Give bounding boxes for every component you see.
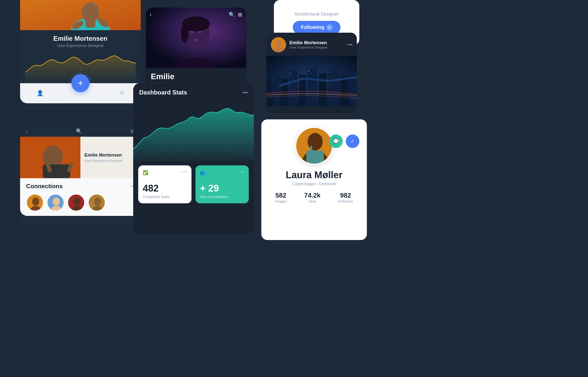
profile-icon[interactable]: 👤 bbox=[37, 90, 43, 97]
laura-images-count: 582 bbox=[275, 192, 287, 199]
laura-photo bbox=[295, 127, 333, 165]
check-icon: ✓ bbox=[326, 24, 332, 30]
svg-point-59 bbox=[308, 133, 323, 151]
laura-likes-stat: 74.2k Likes bbox=[304, 192, 320, 203]
laura-stats: 582 Images 74.2k Likes 982 Followers bbox=[261, 186, 367, 203]
photo-area: Emilie Mortensen User Experience Designe… bbox=[20, 137, 141, 178]
avatar-1[interactable] bbox=[26, 194, 44, 211]
plus-icon: + bbox=[78, 78, 83, 88]
nav-icons: 🔍 ⊞ bbox=[229, 12, 242, 18]
task-count: 482 bbox=[143, 183, 187, 194]
new-connections-card: 👥 • • + 29 New Connections bbox=[195, 165, 249, 203]
svg-point-50 bbox=[329, 71, 330, 72]
people-icon: 👥 bbox=[200, 170, 206, 175]
back-button[interactable]: ‹ bbox=[150, 12, 152, 17]
dashboard-stats-card: Dashboard Stats ••• ✅ • • • 482 Complete… bbox=[133, 83, 254, 234]
left-photo bbox=[20, 137, 80, 178]
message-button[interactable]: 💬 bbox=[329, 134, 343, 148]
connections-card: ‹ 🔍 ⊞ Emilie Mortensen User Experience D… bbox=[20, 123, 141, 229]
svg-point-29 bbox=[194, 39, 198, 41]
user-avatar bbox=[271, 37, 286, 52]
avatars-row bbox=[26, 194, 135, 211]
check-icon: ✅ bbox=[143, 170, 148, 175]
svg-rect-53 bbox=[290, 73, 290, 74]
dashboard-title: Dashboard Stats bbox=[139, 89, 187, 96]
more-options[interactable]: ••• bbox=[242, 90, 248, 96]
emilie-city-card: Emilie Mortensen User Experience Designe… bbox=[266, 33, 357, 113]
svg-rect-61 bbox=[306, 151, 324, 165]
svg-rect-38 bbox=[273, 76, 280, 106]
stats-cards-row: ✅ • • • 482 Completed Tasks 👥 • • + 29 N… bbox=[133, 161, 254, 207]
name-section: Emilie Mortensen User Experience Designe… bbox=[20, 30, 141, 51]
laura-images-stat: 582 Images bbox=[275, 192, 287, 203]
svg-point-49 bbox=[309, 70, 310, 71]
follow-button[interactable]: ✓ bbox=[346, 134, 359, 148]
user-name: Emilie Mortensen bbox=[289, 40, 344, 45]
emilie-name: Emilie bbox=[151, 72, 241, 81]
profile-photo-bg: ‹ 🔍 ⊞ bbox=[146, 8, 246, 68]
laura-followers-label: Followers bbox=[338, 199, 353, 203]
svg-point-23 bbox=[94, 198, 101, 206]
action-buttons: 💬 ✓ bbox=[329, 134, 359, 148]
toggle-icon[interactable]: ⚙ bbox=[119, 90, 124, 97]
avatar-2[interactable] bbox=[47, 194, 64, 211]
svg-point-20 bbox=[73, 198, 80, 206]
laura-location: Copenhagen, Denmark bbox=[269, 181, 359, 186]
svg-point-47 bbox=[274, 78, 274, 78]
laura-likes-label: Likes bbox=[304, 199, 320, 203]
svg-rect-42 bbox=[307, 68, 317, 106]
nav-bar: ‹ 🔍 ⊞ bbox=[20, 123, 141, 137]
svg-point-14 bbox=[32, 198, 39, 206]
svg-point-52 bbox=[319, 74, 319, 75]
laura-likes-count: 74.2k bbox=[304, 192, 320, 199]
connections-section: Connections ••• bbox=[20, 178, 141, 216]
svg-rect-57 bbox=[329, 72, 330, 73]
card2-role: User Experience Designer bbox=[84, 159, 137, 163]
avatar-4[interactable] bbox=[88, 194, 106, 211]
profile-name: Emilie Mortensen bbox=[20, 35, 141, 42]
connections-header: Connections ••• bbox=[26, 183, 135, 190]
task-more-options[interactable]: • • • bbox=[181, 170, 187, 174]
svg-rect-54 bbox=[291, 75, 292, 75]
bottom-bar: + 👤 ⚙ bbox=[20, 83, 141, 103]
photo-background bbox=[20, 0, 141, 30]
svg-point-17 bbox=[53, 198, 60, 206]
svg-rect-62 bbox=[310, 146, 312, 154]
following-label: Following bbox=[301, 24, 324, 30]
task-label: Completed Tasks bbox=[143, 195, 187, 199]
laura-info: Laura Møller Copenhagen, Denmark bbox=[261, 165, 367, 186]
svg-point-51 bbox=[301, 76, 302, 77]
following-button[interactable]: Following ✓ bbox=[293, 21, 340, 34]
card2-name: Emilie Mortensen bbox=[84, 153, 137, 158]
dashboard-chart bbox=[133, 99, 254, 161]
laura-card: 💬 ✓ Laura Møller Copenhagen, Denmark 582… bbox=[261, 119, 367, 240]
more-options-button[interactable]: ••• bbox=[348, 42, 352, 48]
svg-rect-55 bbox=[309, 71, 309, 72]
grid-icon[interactable]: ⊞ bbox=[238, 12, 242, 18]
laura-images-label: Images bbox=[275, 199, 287, 203]
back-icon[interactable]: ‹ bbox=[26, 128, 28, 134]
profile-role: User Experience Designer bbox=[20, 43, 141, 48]
connections-label: New Connections bbox=[200, 195, 244, 199]
laura-followers-count: 982 bbox=[338, 192, 353, 199]
avatar-3[interactable] bbox=[67, 194, 85, 211]
dashboard-header: Dashboard Stats ••• bbox=[133, 83, 254, 99]
user-role: User Experience Designer bbox=[289, 45, 344, 49]
search-icon[interactable]: 🔍 bbox=[229, 12, 235, 18]
laura-followers-stat: 982 Followers bbox=[338, 192, 353, 203]
add-button[interactable]: + bbox=[71, 74, 89, 92]
user-info: Emilie Mortensen User Experience Designe… bbox=[289, 40, 344, 49]
svg-rect-44 bbox=[328, 70, 339, 106]
connections-count: + 29 bbox=[200, 183, 244, 194]
city-svg bbox=[266, 56, 357, 106]
connections-more-options[interactable]: • • bbox=[241, 170, 244, 174]
search-icon[interactable]: 🔍 bbox=[76, 128, 82, 134]
user-row: Emilie Mortensen User Experience Designe… bbox=[266, 33, 357, 56]
svg-point-32 bbox=[181, 23, 188, 43]
svg-point-4 bbox=[82, 3, 99, 23]
city-photo bbox=[266, 56, 357, 106]
connections-title: Connections bbox=[26, 183, 63, 190]
laura-name: Laura Møller bbox=[269, 170, 359, 180]
svg-point-34 bbox=[275, 40, 281, 46]
person-photo bbox=[20, 0, 141, 30]
